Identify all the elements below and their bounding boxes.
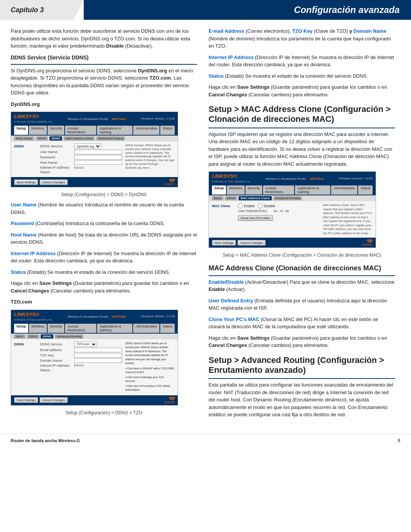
dyndns-save-btn[interactable]: Save Settings bbox=[14, 179, 38, 185]
user-defined-para: User Defined Entry (Entrada definida por… bbox=[209, 297, 395, 312]
right-save-para: Haga clic en Save Settings (Guardar pará… bbox=[209, 83, 395, 98]
tzo-domain-input[interactable] bbox=[74, 358, 122, 363]
dyndns-username-input[interactable] bbox=[74, 150, 122, 154]
dyndns-ddns-tab[interactable]: DDNS bbox=[49, 136, 62, 141]
dyndns-setup-tab[interactable]: Setup bbox=[14, 126, 28, 135]
tzo-mac-tab[interactable]: DDNS bbox=[41, 334, 53, 339]
mac-model: WRT54G2 bbox=[310, 177, 324, 181]
mac-basic-tab[interactable]: Basic bbox=[212, 196, 223, 200]
dyndns-body: DDNS DDNS Service: DynDNS.org User Name:… bbox=[11, 141, 178, 177]
dyndns-basic-tab[interactable]: Basic Setup bbox=[14, 136, 34, 141]
right-internet-ip-label: Internet IP Address bbox=[209, 54, 253, 60]
mac-section-divider bbox=[209, 275, 395, 276]
clone-pc-label: Clone Your PC's MAC bbox=[209, 316, 259, 322]
tzo-subheading: TZO.com bbox=[11, 298, 197, 306]
tzo-adv-tab[interactable]: Advanced Routing bbox=[55, 334, 83, 339]
mac-clone-pc-btn[interactable]: Clone Your PC's MAC bbox=[238, 215, 273, 221]
dyndns-hostname-input[interactable] bbox=[74, 160, 122, 165]
dyndns-cancel-btn[interactable]: Cancel Changes bbox=[40, 179, 67, 185]
mac-wireless-tab[interactable]: Wireless bbox=[227, 185, 245, 195]
mac-form: Enable Disable User Defined Entry: 04 : … bbox=[238, 203, 320, 235]
tzo-key-input[interactable] bbox=[74, 353, 122, 358]
right-internet-ip-para: Internet IP Address (Dirección IP de Int… bbox=[209, 54, 395, 69]
tzo-email-input[interactable] bbox=[74, 348, 122, 352]
router-label: Router de banda ancha Wireless-G bbox=[11, 438, 80, 443]
tzo-firmware: Firmware Version: 1.0.00 bbox=[141, 315, 175, 318]
tzo-ddns-tab[interactable]: DDNS bbox=[27, 334, 40, 339]
left-column: Para poder utilizar esta función debe su… bbox=[11, 27, 197, 422]
mac-mac-tab[interactable]: MAC Address Clone bbox=[239, 196, 272, 200]
dyndns-adv-tab[interactable]: Advanced Routing bbox=[96, 136, 125, 141]
tzo-service-row: DDNS Service: TZO.com bbox=[40, 342, 122, 347]
tzo-admin-tab[interactable]: Administration bbox=[133, 324, 159, 333]
dyndns-status-tab[interactable]: Status bbox=[160, 126, 175, 135]
tzo-basic-tab[interactable]: Basic bbox=[14, 334, 25, 339]
linksys-logo-mac: LINKSYS® A Division of Cisco Systems, In… bbox=[212, 173, 251, 183]
mac-save-btn[interactable]: Save Settings bbox=[212, 240, 236, 246]
tzo-setup-tab[interactable]: Setup bbox=[14, 324, 28, 333]
tzo-ip-value: 0.0.0.0 bbox=[74, 364, 83, 367]
dyndns-service-row: DDNS Service: DynDNS.org bbox=[40, 144, 122, 149]
title-area: Configuración avanzada bbox=[84, 0, 411, 20]
mac-ddns-tab[interactable]: DDNS bbox=[225, 196, 237, 200]
tzo-apps-tab[interactable]: Applications & Gaming bbox=[97, 324, 132, 333]
mac-apps-tab[interactable]: Applications & Gaming bbox=[295, 185, 330, 195]
password-para: Password (Contraseña) Introduzca la cont… bbox=[11, 220, 197, 227]
dyndns-mac-tab[interactable]: MAC Address Clone bbox=[64, 136, 95, 141]
dyndns-wireless-tab[interactable]: Wireless bbox=[29, 126, 47, 135]
tzo-cisco-logo: CISCO bbox=[164, 397, 175, 404]
mac-footer-btns: Save Settings Cancel Changes bbox=[212, 240, 266, 246]
tzo-form: DDNS Service: TZO.com Email address: TZO… bbox=[40, 342, 122, 393]
linksys-logo-dyndns: LINKSYS® A Division of Cisco Systems, In… bbox=[14, 113, 53, 123]
dyndns-status-row: Status: bbox=[40, 170, 122, 174]
dyndns-access-tab[interactable]: Access Restrictions bbox=[65, 126, 96, 135]
dyndns-static-tab[interactable]: DDNS bbox=[36, 136, 48, 141]
mac-clone-title-block: Setup > MAC Address Clone (Configuración… bbox=[209, 104, 395, 128]
dyndns-form: DDNS Service: DynDNS.org User Name: Pass… bbox=[40, 144, 122, 175]
page-header: Capítulo 3 Configuración avanzada bbox=[0, 0, 411, 20]
mac-admin-tab[interactable]: Administration bbox=[331, 185, 357, 195]
tzo-save-btn[interactable]: Save Settings bbox=[14, 397, 38, 403]
tzo-caption: Setup (Configuración) > DDNS > TZO bbox=[11, 409, 197, 416]
dyndns-security-tab[interactable]: Security bbox=[48, 126, 65, 135]
mac-setup-tab[interactable]: Setup bbox=[212, 185, 226, 195]
intro-paragraph: Para poder utilizar esta función debe su… bbox=[11, 27, 197, 50]
tzo-footer-btns: Save Settings Cancel Changes bbox=[14, 397, 68, 403]
page-footer: Router de banda ancha Wireless-G 8 bbox=[0, 434, 411, 447]
tzo-subtitle: Basic DDNS DDNS Advanced Routing bbox=[11, 334, 178, 339]
tzo-nav: Setup Wireless Security Access Restricti… bbox=[11, 323, 178, 334]
dyndns-apps-tab[interactable]: Applications & Gaming bbox=[97, 126, 132, 135]
dyndns-service-select[interactable]: DynDNS.org bbox=[74, 144, 101, 149]
tzo-cisco-text: CISCO bbox=[164, 401, 175, 404]
tzo-access-tab[interactable]: Access Restrictions bbox=[65, 324, 96, 333]
dyndns-bold: DynDNS.org bbox=[138, 68, 167, 73]
mac-save-para: Haga clic en Save Settings (Guardar pará… bbox=[209, 334, 395, 349]
mac-enable-radio[interactable] bbox=[238, 203, 243, 208]
mac-clone-label: MAC Clone bbox=[212, 203, 235, 235]
mac-adv-tab[interactable]: Advanced Routing bbox=[273, 196, 302, 200]
password-label: Password bbox=[11, 220, 34, 226]
mac-access-tab[interactable]: Access Restrictions bbox=[263, 185, 294, 195]
mac-clone-title: Setup > MAC Address Clone (Configuración… bbox=[209, 104, 395, 125]
ddns-divider bbox=[11, 64, 197, 65]
mac-security-tab[interactable]: Security bbox=[245, 185, 263, 195]
mac-cisco-logo: CISCO bbox=[362, 239, 373, 246]
mac-disable-radio[interactable] bbox=[258, 203, 263, 208]
tzo-wireless-tab[interactable]: Wireless bbox=[29, 324, 47, 333]
mac-cancel-btn[interactable]: Cancel Changes bbox=[237, 240, 265, 246]
right-email-para: E-mail Address (Correo electrónico), TZO… bbox=[209, 27, 395, 50]
mac-status-tab[interactable]: Status bbox=[358, 185, 373, 195]
left-save-para: Haga clic en Save Settings (Guardar pará… bbox=[11, 280, 197, 294]
tzo-cancel-btn[interactable]: Cancel Changes bbox=[40, 397, 67, 403]
left-internet-ip-label: Internet IP Address bbox=[11, 251, 56, 256]
dyndns-password-input[interactable] bbox=[74, 155, 122, 160]
tzo-service-select[interactable]: TZO.com bbox=[74, 342, 97, 347]
enable-disable-label: Enable/Disable bbox=[209, 279, 244, 285]
mac-divider bbox=[209, 128, 395, 128]
mac-subtitle: Basic DDNS MAC Address Clone Advanced Ro… bbox=[209, 195, 376, 201]
tzo-security-tab[interactable]: Security bbox=[48, 324, 65, 333]
tzo-status-tab[interactable]: Status bbox=[160, 324, 175, 333]
dyndns-ip-row: Internet IP Address: 0.0.0.0 bbox=[40, 166, 122, 169]
dyndns-admin-tab[interactable]: Administration bbox=[133, 126, 159, 135]
dyndns-footer: Save Settings Cancel Changes CISCO bbox=[11, 177, 178, 187]
